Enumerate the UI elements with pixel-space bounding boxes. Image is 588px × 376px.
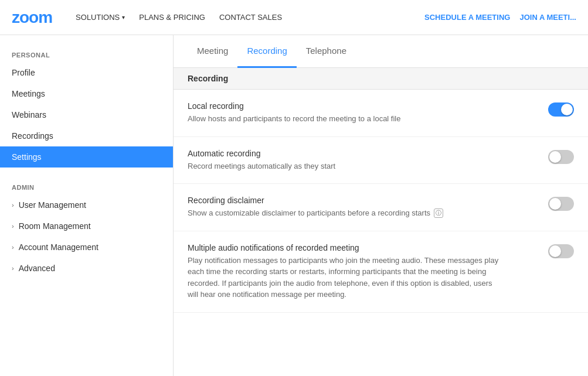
local-recording-toggle-thumb <box>561 104 573 115</box>
automatic-recording-title: Automatic recording <box>188 149 536 158</box>
nav-contact[interactable]: CONTACT SALES <box>219 13 282 22</box>
solutions-label: SOLUTIONS <box>76 13 120 22</box>
recording-disclaimer-title: Recording disclaimer <box>188 196 536 205</box>
sidebar-item-settings[interactable]: Settings <box>0 146 173 168</box>
nav-solutions[interactable]: SOLUTIONS ▾ <box>76 13 125 22</box>
layout: PERSONAL Profile Meetings Webinars Recor… <box>0 35 588 376</box>
schedule-meeting-link[interactable]: SCHEDULE A MEETING <box>424 13 510 22</box>
sidebar-item-room-management[interactable]: › Room Management <box>0 216 173 237</box>
sidebar-item-webinars[interactable]: Webinars <box>0 104 173 125</box>
multiple-audio-toggle-container <box>548 244 574 258</box>
setting-recording-disclaimer: Recording disclaimer Show a customizable… <box>174 184 588 231</box>
recording-disclaimer-toggle-thumb <box>549 198 561 210</box>
multiple-audio-desc: Play notification messages to participan… <box>188 255 504 300</box>
automatic-recording-desc: Record meetings automatically as they st… <box>188 160 504 172</box>
advanced-chevron-icon: › <box>12 265 14 272</box>
sidebar-item-profile[interactable]: Profile <box>0 62 173 83</box>
nav-plans[interactable]: PLANS & PRICING <box>139 13 205 22</box>
recording-disclaimer-desc: Show a customizable disclaimer to partic… <box>188 207 504 219</box>
settings-label: Settings <box>12 152 42 162</box>
local-recording-info: Local recording Allow hosts and particip… <box>188 101 536 125</box>
room-mgmt-chevron-icon: › <box>12 223 14 230</box>
automatic-recording-toggle-container <box>548 150 574 164</box>
tab-meeting[interactable]: Meeting <box>188 35 237 68</box>
account-management-label: Account Management <box>19 242 98 252</box>
local-recording-desc: Allow hosts and participants to record t… <box>188 113 504 125</box>
meetings-label: Meetings <box>12 89 45 98</box>
account-mgmt-chevron-icon: › <box>12 244 14 251</box>
multiple-audio-title: Multiple audio notifications of recorded… <box>188 243 536 252</box>
sidebar-item-account-management[interactable]: › Account Management <box>0 237 173 258</box>
tab-recording[interactable]: Recording <box>237 35 296 68</box>
webinars-label: Webinars <box>12 110 46 119</box>
recording-disclaimer-info: Recording disclaimer Show a customizable… <box>188 196 536 219</box>
personal-section-label: PERSONAL <box>0 47 173 62</box>
multiple-audio-info: Multiple audio notifications of recorded… <box>188 243 536 300</box>
sidebar-item-recordings[interactable]: Recordings <box>0 125 173 146</box>
advanced-label: Advanced <box>19 264 55 273</box>
recording-disclaimer-toggle-container <box>548 197 574 211</box>
tab-telephone[interactable]: Telephone <box>297 35 356 68</box>
setting-multiple-audio-notifications: Multiple audio notifications of recorded… <box>174 231 588 313</box>
sidebar: PERSONAL Profile Meetings Webinars Recor… <box>0 35 174 376</box>
recording-disclaimer-info-icon[interactable]: ⓘ <box>434 208 443 218</box>
solutions-chevron-icon: ▾ <box>122 14 125 20</box>
multiple-audio-toggle-thumb <box>549 245 561 257</box>
tabs-bar: Meeting Recording Telephone <box>174 35 588 68</box>
recording-disclaimer-toggle[interactable] <box>548 197 574 211</box>
logo[interactable]: zoom <box>12 8 52 27</box>
local-recording-title: Local recording <box>188 101 536 111</box>
contact-label: CONTACT SALES <box>219 13 282 22</box>
automatic-recording-toggle-thumb <box>549 151 561 163</box>
main-content: Meeting Recording Telephone Recording Lo… <box>174 35 588 376</box>
room-management-label: Room Management <box>19 221 91 231</box>
automatic-recording-info: Automatic recording Record meetings auto… <box>188 149 536 172</box>
plans-label: PLANS & PRICING <box>139 13 205 22</box>
recordings-label: Recordings <box>12 131 53 141</box>
setting-local-recording: Local recording Allow hosts and particip… <box>174 90 588 137</box>
recording-disclaimer-desc-text: Show a customizable disclaimer to partic… <box>188 207 430 219</box>
sidebar-item-meetings[interactable]: Meetings <box>0 83 173 104</box>
multiple-audio-toggle[interactable] <box>548 244 574 258</box>
local-recording-toggle-container <box>548 102 574 117</box>
settings-content: Recording Local recording Allow hosts an… <box>174 68 588 313</box>
sidebar-item-advanced[interactable]: › Advanced <box>0 258 173 279</box>
sidebar-item-user-management[interactable]: › User Management <box>0 194 173 216</box>
recording-section-header: Recording <box>174 68 588 90</box>
nav-right: SCHEDULE A MEETING JOIN A MEETI... <box>424 13 576 22</box>
setting-automatic-recording: Automatic recording Record meetings auto… <box>174 137 588 184</box>
join-meeting-link[interactable]: JOIN A MEETI... <box>519 13 576 22</box>
automatic-recording-toggle[interactable] <box>548 150 574 164</box>
top-nav: zoom SOLUTIONS ▾ PLANS & PRICING CONTACT… <box>0 0 588 35</box>
admin-section-label: ADMIN <box>0 179 173 194</box>
user-mgmt-chevron-icon: › <box>12 201 14 208</box>
profile-label: Profile <box>12 68 35 77</box>
user-management-label: User Management <box>19 200 86 210</box>
nav-links: SOLUTIONS ▾ PLANS & PRICING CONTACT SALE… <box>76 13 282 22</box>
local-recording-toggle[interactable] <box>548 102 574 117</box>
